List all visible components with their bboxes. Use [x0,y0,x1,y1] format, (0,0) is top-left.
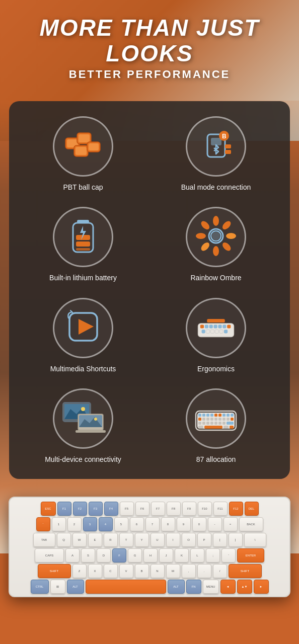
key-semicolon: ; [206,548,220,562]
hero-section: MORE THAN JUST LOOKS BETTER PERFORMANCE [0,0,299,91]
svg-marker-31 [79,319,94,335]
key-minus: - [208,517,222,531]
svg-point-20 [212,232,220,240]
svg-rect-13 [225,150,231,154]
key-o: O [182,533,196,547]
svg-point-51 [81,407,85,411]
multidevice-label: Multi-device connectivity [45,455,121,464]
allocation-icon-wrap [186,388,246,449]
svg-rect-43 [215,330,218,333]
multidevice-icon-wrap [53,388,113,449]
key-quote: ' [221,548,236,562]
key-m: M [166,564,180,578]
svg-rect-82 [218,422,221,425]
key-esc: ESC [41,502,56,516]
ergonomics-icon [196,310,236,345]
multimedia-label: Multimedia Shortcuts [50,364,116,373]
svg-rect-86 [198,426,203,429]
ergonomics-label: Ergonomics [197,364,235,373]
key-f1: F1 [57,502,71,516]
key-f3: F3 [89,502,103,516]
allocation-icon [193,401,239,436]
battery-label: Built-in lithium battery [49,273,117,282]
feature-ergonomics: Ergonomics [152,298,280,373]
key-a: A [65,548,80,562]
svg-point-26 [199,241,211,253]
svg-rect-84 [227,422,234,425]
svg-rect-34 [205,325,208,329]
svg-rect-3 [79,134,90,142]
pbt-icon-wrap [53,116,113,177]
svg-rect-67 [231,414,234,417]
svg-rect-64 [218,414,221,417]
key-tab: TAB [33,533,55,547]
key-equals: = [223,517,238,531]
key-t: T [119,533,133,547]
pbt-icon [63,128,103,165]
bual-icon-wrap: B [186,116,246,177]
feature-87-allocation: 87 allocation [152,388,280,464]
key-f8: F8 [167,502,181,516]
battery-icon [68,216,98,258]
key-s: S [81,548,95,562]
key-p: P [197,533,211,547]
svg-rect-12 [225,144,231,148]
features-panel: PBT ball cap B [9,101,290,479]
svg-point-22 [221,220,233,231]
key-bracket-l: [ [213,533,227,547]
sub-title: BETTER PERFORMANCE [10,68,289,81]
svg-rect-33 [200,325,204,329]
svg-rect-37 [218,325,221,329]
svg-point-55 [94,418,97,421]
ergonomics-icon-wrap [186,298,246,358]
key-backslash: \ [244,533,266,547]
svg-rect-35 [209,325,213,329]
svg-rect-75 [227,418,230,421]
svg-rect-72 [214,418,217,421]
svg-rect-62 [210,414,213,417]
svg-rect-39 [227,325,231,329]
key-0: 0 [192,517,206,531]
key-w: W [72,533,87,547]
key-n: N [151,564,165,578]
key-f12: F12 [229,502,243,516]
key-slash: / [213,564,227,578]
feature-battery: Built-in lithium battery [19,207,147,282]
svg-rect-60 [202,414,205,417]
key-z: Z [72,564,87,578]
svg-rect-41 [206,330,209,333]
key-win: ⊞ [50,580,65,594]
key-e: E [88,533,102,547]
svg-rect-73 [218,418,221,421]
bottom-keyboard-section: ESC F1 F2 F3 F4 F5 F6 F7 F8 F9 F10 F11 F… [0,492,299,602]
svg-point-27 [196,233,206,239]
svg-point-25 [213,246,219,256]
svg-rect-74 [222,418,226,421]
svg-text:B: B [222,133,227,140]
svg-rect-81 [214,422,217,425]
key-u: U [151,533,165,547]
svg-rect-18 [76,248,90,251]
key-i: I [166,533,180,547]
multimedia-icon [64,308,102,348]
key-period: . [197,564,211,578]
key-comma: , [182,564,196,578]
key-f: F [112,548,126,562]
svg-rect-71 [210,418,213,421]
svg-rect-38 [222,325,226,329]
pbt-label: PBT ball cap [63,183,103,192]
svg-rect-66 [227,414,230,417]
key-k: K [175,548,189,562]
key-9: 9 [177,517,191,531]
key-arrow-l: ◄ [220,580,236,594]
svg-rect-69 [202,418,205,421]
key-4: 4 [99,517,113,531]
key-d: D [97,548,111,562]
key-enter: ENTER [237,548,264,562]
key-c: C [104,564,118,578]
key-f11: F11 [213,502,228,516]
svg-rect-70 [206,418,209,421]
feature-bual-mode: B Bual mode connection [152,116,280,192]
battery-icon-wrap [53,207,113,267]
key-fn: FN [186,580,201,594]
